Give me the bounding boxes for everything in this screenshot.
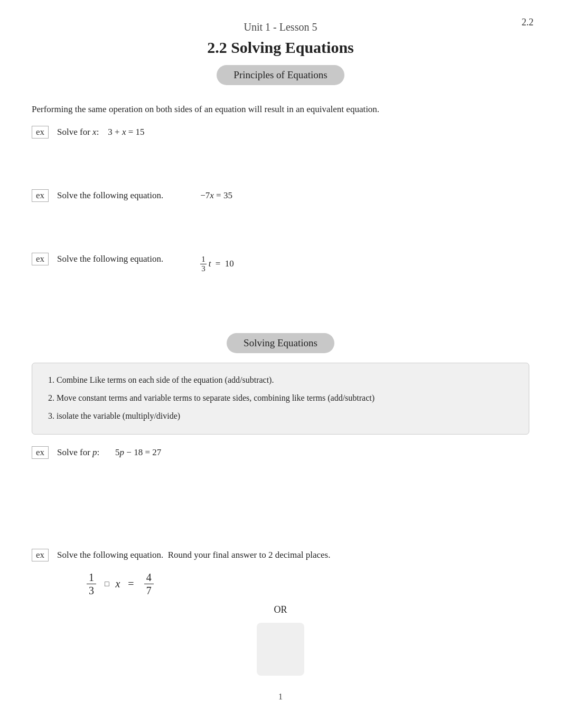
example-p: ex Solve for p: 5p − 18 = 27 bbox=[32, 446, 529, 459]
page-number: 2.2 bbox=[522, 17, 534, 28]
final-example: ex Solve the following equation. Round y… bbox=[32, 549, 529, 597]
final-fraction-rhs: 4 7 bbox=[144, 571, 154, 597]
ex-label-p: ex bbox=[32, 446, 49, 459]
principles-badge: Principles of Equations bbox=[217, 65, 344, 85]
final-fraction-lhs: 1 3 bbox=[87, 571, 96, 597]
final-num-rhs: 4 bbox=[144, 571, 154, 584]
ex1-problem: Solve for x: 3 + x = 15 bbox=[57, 127, 145, 137]
ex3-problem: 1 3 t = 10 bbox=[200, 255, 234, 273]
example-2: ex Solve the following equation. −7x = 3… bbox=[32, 189, 529, 202]
final-variable: x bbox=[115, 578, 120, 590]
example-1: ex Solve for x: 3 + x = 15 bbox=[32, 126, 529, 139]
principle-text: Performing the same operation on both si… bbox=[32, 102, 529, 116]
final-operator: = bbox=[125, 578, 136, 590]
workspace-1 bbox=[32, 148, 529, 180]
or-label: OR bbox=[32, 604, 529, 615]
step-3: isolate the variable (multiply/divide) bbox=[57, 408, 516, 425]
blurred-work-area bbox=[257, 623, 304, 676]
example-3: ex Solve the following equation. 1 3 t =… bbox=[32, 253, 529, 273]
ex2-problem: −7x = 35 bbox=[200, 190, 232, 201]
final-equation: 1 3 □ x = 4 7 bbox=[85, 571, 529, 597]
ex3-operator: = 10 bbox=[213, 259, 233, 269]
workspace-2 bbox=[32, 211, 529, 243]
final-den-rhs: 7 bbox=[144, 584, 154, 597]
fraction-1-3: 1 3 bbox=[200, 255, 207, 273]
step-1: Combine Like terms on each side of the e… bbox=[57, 372, 516, 389]
page-footer: 1 bbox=[32, 692, 529, 702]
main-title: 2.2 Solving Equations bbox=[32, 39, 529, 57]
header-section: Unit 1 - Lesson 5 2.2 Solving Equations … bbox=[32, 21, 529, 87]
solving-section-header: Solving Equations bbox=[32, 333, 529, 355]
ex3-variable: t bbox=[209, 259, 211, 269]
ex-label-2: ex bbox=[32, 189, 49, 202]
final-den-lhs: 3 bbox=[87, 584, 96, 597]
ex2-instruction: Solve the following equation. bbox=[57, 190, 163, 201]
step-2: Move constant terms and variable terms t… bbox=[57, 390, 516, 407]
workspace-3 bbox=[32, 282, 529, 314]
final-instruction: Solve the following equation. Round your… bbox=[57, 550, 330, 560]
ex3-instruction: Solve the following equation. bbox=[57, 254, 163, 264]
ex-label-1: ex bbox=[32, 126, 49, 139]
ex-label-final: ex bbox=[32, 549, 49, 561]
workspace-p bbox=[32, 464, 529, 533]
ex-label-3: ex bbox=[32, 253, 49, 265]
fraction-numerator: 1 bbox=[200, 255, 207, 264]
steps-list: Combine Like terms on each side of the e… bbox=[57, 372, 516, 425]
final-num-lhs: 1 bbox=[87, 571, 96, 584]
unit-label: Unit 1 - Lesson 5 bbox=[32, 21, 529, 33]
fraction-denominator: 3 bbox=[200, 264, 207, 273]
multiply-dot: □ bbox=[105, 580, 109, 588]
steps-box: Combine Like terms on each side of the e… bbox=[32, 363, 529, 435]
solving-badge: Solving Equations bbox=[227, 333, 334, 353]
ex-p-text: Solve for p: 5p − 18 = 27 bbox=[57, 447, 161, 458]
